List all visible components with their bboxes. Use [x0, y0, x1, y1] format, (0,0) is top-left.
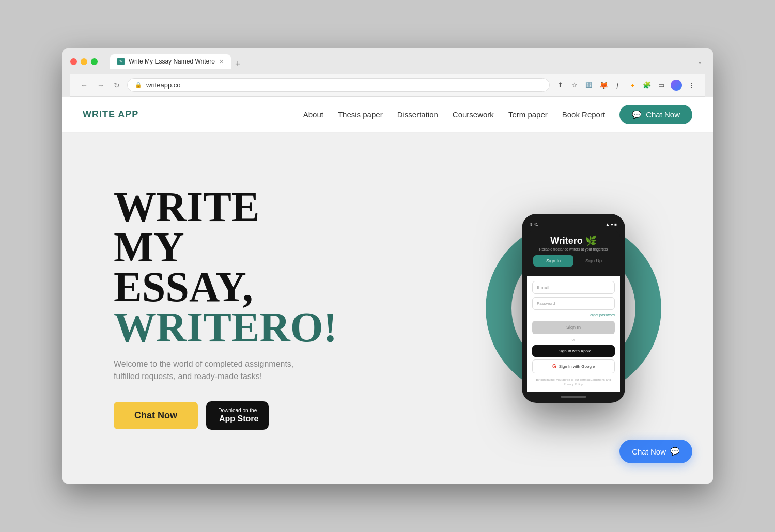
- nav-links: About Thesis paper Dissertation Coursewo…: [303, 105, 692, 124]
- browser-window: ✎ Write My Essay Named Writero ✕ + ⌄ ← →…: [62, 48, 713, 484]
- phone-forgot-password[interactable]: Forgot password: [532, 313, 615, 317]
- nav-coursework[interactable]: Coursework: [453, 110, 494, 119]
- nav-term-paper[interactable]: Term paper: [508, 110, 548, 119]
- hero-chat-button[interactable]: Chat Now: [114, 402, 198, 429]
- extensions-icon[interactable]: 🧩: [642, 80, 652, 90]
- phone-terms: By continuing, you agree to our Terms&Co…: [532, 378, 615, 386]
- google-icon: G: [552, 364, 556, 369]
- phone-status-bar: 9:41 ▲ ● ■: [527, 222, 620, 231]
- tab-title: Write My Essay Named Writero: [129, 58, 215, 65]
- app-store-button[interactable]: Download on the App Store: [206, 401, 269, 430]
- tab-favicon: ✎: [117, 58, 125, 65]
- bookmark-icon[interactable]: ☆: [569, 80, 580, 90]
- phone-app-subtitle: Reliable freelance writers at your finge…: [527, 247, 620, 255]
- browser-controls: ✎ Write My Essay Named Writero ✕ + ⌄: [70, 54, 705, 69]
- phone-time: 9:41: [530, 222, 538, 227]
- url-text: writeapp.co: [146, 81, 180, 89]
- hero-title: WRITE MY ESSAY, WRITERO!: [114, 187, 382, 348]
- hero-section: WRITE MY ESSAY, WRITERO! Welcome to the …: [62, 133, 713, 484]
- phone-form: E-mail Password Forgot password Sign In …: [527, 276, 620, 392]
- tab-bar: ✎ Write My Essay Named Writero ✕ +: [110, 54, 688, 69]
- extension-icon-4[interactable]: 🔸: [627, 80, 638, 90]
- nav-book-report[interactable]: Book Report: [562, 110, 605, 119]
- hero-title-line3: ESSAY,: [114, 267, 382, 307]
- phone-apple-button[interactable]: Sign In with Apple: [532, 345, 615, 357]
- site-logo[interactable]: WRITE APP: [83, 109, 138, 120]
- phone-apple-label: Sign In with Apple: [559, 349, 592, 353]
- phone-google-label: Sign In with Google: [559, 364, 595, 369]
- phone-signin-button[interactable]: Sign In: [532, 321, 615, 334]
- browser-toolbar: ← → ↻ 🔒 writeapp.co ⬆ ☆ 🔢 🦊 ƒ 🔸 🧩 ▭ ⋮: [70, 74, 705, 97]
- user-avatar[interactable]: [671, 80, 682, 91]
- close-button[interactable]: [70, 58, 77, 65]
- navbar-chat-label: Chat Now: [646, 110, 680, 119]
- floating-chat-label: Chat Now: [632, 447, 666, 456]
- traffic-lights: [70, 58, 98, 65]
- share-icon[interactable]: ⬆: [555, 80, 565, 90]
- extension-icon-2[interactable]: 🦊: [598, 80, 609, 90]
- phone-app-name: Writero 🌿: [527, 231, 620, 247]
- app-store-main-text: App Store: [219, 414, 258, 424]
- hero-subtitle: Welcome to the world of completed assign…: [114, 358, 310, 383]
- hero-left: WRITE MY ESSAY, WRITERO! Welcome to the …: [114, 187, 382, 430]
- hero-title-line1: WRITE: [114, 187, 382, 227]
- chat-icon: 💬: [632, 110, 642, 119]
- nav-about[interactable]: About: [303, 110, 323, 119]
- menu-icon[interactable]: ⋮: [686, 80, 696, 90]
- refresh-button[interactable]: ↻: [112, 79, 122, 91]
- navbar: WRITE APP About Thesis paper Dissertatio…: [62, 97, 713, 133]
- phone-email-input[interactable]: E-mail: [532, 281, 615, 294]
- hero-buttons: Chat Now Download on the App Store: [114, 401, 382, 430]
- phone-mockup: 9:41 ▲ ● ■ Writero 🌿 Reliable freelance …: [522, 214, 625, 403]
- phone-home-bar: [561, 396, 586, 398]
- browser-titlebar: ✎ Write My Essay Named Writero ✕ + ⌄ ← →…: [62, 48, 713, 97]
- address-bar[interactable]: 🔒 writeapp.co: [127, 78, 550, 92]
- maximize-button[interactable]: [91, 58, 98, 65]
- toolbar-actions: ⬆ ☆ 🔢 🦊 ƒ 🔸 🧩 ▭ ⋮: [555, 80, 696, 91]
- extension-icon-1[interactable]: 🔢: [584, 80, 594, 90]
- sidebar-icon[interactable]: ▭: [656, 80, 667, 90]
- floating-chat-button[interactable]: Chat Now 💬: [619, 440, 692, 463]
- phone-divider: or: [532, 337, 615, 342]
- hero-title-line4: WRITERO!: [114, 307, 382, 348]
- browser-tab[interactable]: ✎ Write My Essay Named Writero ✕: [110, 54, 231, 69]
- extension-icon-3[interactable]: ƒ: [613, 80, 623, 90]
- hero-right: 9:41 ▲ ● ■ Writero 🌿 Reliable freelance …: [475, 184, 672, 432]
- phone-signin-tab[interactable]: Sign In: [533, 255, 574, 267]
- phone-app-name-text: Writero: [550, 236, 583, 246]
- tab-close-icon[interactable]: ✕: [219, 58, 224, 65]
- phone-tabs: Sign In Sign Up: [527, 255, 620, 271]
- phone-signup-tab[interactable]: Sign Up: [574, 255, 614, 267]
- leaf-icon: 🌿: [585, 236, 597, 246]
- app-store-small-text: Download on the: [218, 408, 257, 414]
- phone-password-input[interactable]: Password: [532, 297, 615, 310]
- nav-thesis[interactable]: Thesis paper: [338, 110, 383, 119]
- forward-button[interactable]: →: [95, 79, 106, 91]
- nav-dissertation[interactable]: Dissertation: [397, 110, 438, 119]
- hero-title-line2: MY: [114, 227, 382, 268]
- phone-google-button[interactable]: G Sign In with Google: [532, 359, 615, 373]
- window-controls-icon: ⌄: [694, 56, 705, 67]
- new-tab-button[interactable]: +: [231, 59, 245, 69]
- minimize-button[interactable]: [81, 58, 87, 65]
- floating-chat-icon: 💬: [670, 447, 680, 456]
- navbar-chat-button[interactable]: 💬 Chat Now: [619, 105, 692, 124]
- lock-icon: 🔒: [135, 82, 142, 88]
- back-button[interactable]: ←: [79, 79, 90, 91]
- phone-status-icons: ▲ ● ■: [606, 222, 617, 227]
- website-content: WRITE APP About Thesis paper Dissertatio…: [62, 97, 713, 484]
